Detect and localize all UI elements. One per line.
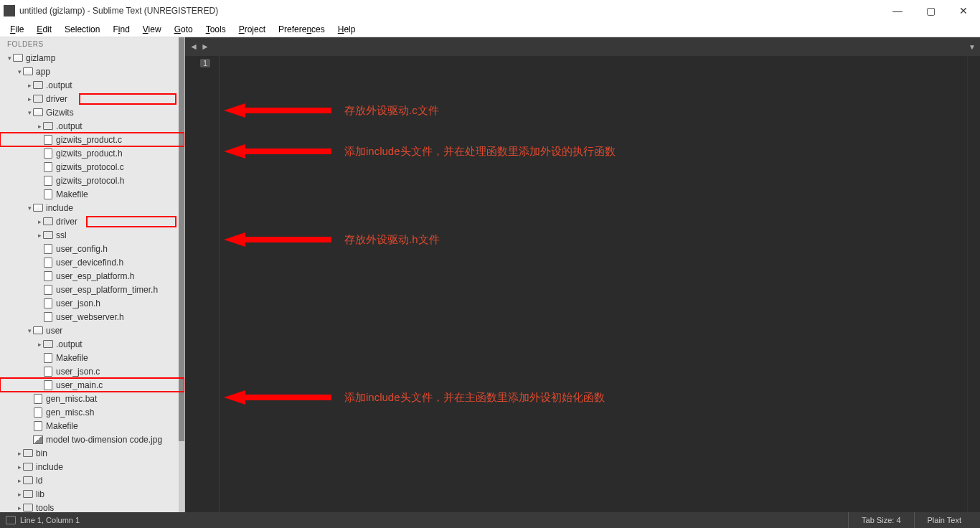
tree-item[interactable]: ▾include <box>0 201 184 214</box>
tab-menu-icon[interactable]: ▼ <box>969 43 976 51</box>
tree-item[interactable]: gizwits_protocol.h <box>0 174 184 187</box>
svg-marker-3 <box>224 390 331 405</box>
tree-item[interactable]: ▾app <box>0 65 184 78</box>
menu-file[interactable]: File <box>4 23 29 36</box>
expand-arrow-icon[interactable]: ▾ <box>26 109 33 116</box>
sidebar-header: FOLDERS <box>0 37 184 51</box>
expand-arrow-icon[interactable]: ▸ <box>36 232 43 239</box>
tree-item[interactable]: ▸.output <box>0 119 184 133</box>
sidebar-scrollbar[interactable] <box>179 37 184 512</box>
nav-forward-icon[interactable]: ► <box>201 42 209 52</box>
tree-item[interactable]: user_esp_platform.h <box>0 269 184 283</box>
maximize-button[interactable]: ▢ <box>914 0 947 22</box>
tree-item-label: bin <box>36 448 47 458</box>
tree-item[interactable]: model two-dimension code.jpg <box>0 433 184 446</box>
minimap[interactable] <box>967 56 980 512</box>
file-icon <box>43 298 53 308</box>
tree-item[interactable]: user_webserver.h <box>0 310 184 324</box>
close-button[interactable]: ✕ <box>947 0 980 22</box>
tree-item-label: ssl <box>56 230 67 240</box>
statusbar: Line 1, Column 1 Tab Size: 4 Plain Text <box>0 512 980 528</box>
tree-item-label: user_webserver.h <box>56 312 124 322</box>
menu-tools[interactable]: Tools <box>200 23 232 36</box>
expand-arrow-icon[interactable]: ▾ <box>16 68 23 75</box>
code-area[interactable]: 存放外设驱动.c文件添加include头文件，并在处理函数里添加外设的执行函数存… <box>220 56 967 512</box>
menu-find[interactable]: Find <box>107 23 135 36</box>
expand-arrow-icon[interactable]: ▸ <box>36 341 43 348</box>
tree-item[interactable]: Makefile <box>0 351 184 364</box>
menu-project[interactable]: Project <box>233 23 271 36</box>
expand-arrow-icon[interactable]: ▸ <box>16 463 23 471</box>
menu-selection[interactable]: Selection <box>59 23 105 36</box>
expand-arrow-icon[interactable]: ▾ <box>6 55 13 62</box>
arrow-icon <box>224 144 331 159</box>
tree-item[interactable]: ▸driver <box>0 214 184 228</box>
annotation-text: 添加include头文件，并在主函数里添加外设初始化函数 <box>344 391 605 405</box>
expand-arrow-icon[interactable]: ▸ <box>16 450 23 457</box>
tree-item[interactable]: ▸bin <box>0 446 184 460</box>
tree-item[interactable]: ▾user <box>0 324 184 337</box>
tree-item[interactable]: Makefile <box>0 187 184 201</box>
nav-back-icon[interactable]: ◄ <box>189 42 198 52</box>
tree-item[interactable]: user_json.h <box>0 296 184 310</box>
line-gutter: 1 <box>185 56 220 512</box>
tree-item[interactable]: ▸.output <box>0 78 184 92</box>
tree-item[interactable]: gizwits_product.c <box>0 133 184 146</box>
menu-view[interactable]: View <box>137 23 167 36</box>
file-icon <box>33 394 43 404</box>
menu-goto[interactable]: Goto <box>169 23 199 36</box>
tree-item-label: driver <box>46 94 67 104</box>
menu-edit[interactable]: Edit <box>31 23 57 36</box>
tree-item[interactable]: user_devicefind.h <box>0 255 184 269</box>
annotation: 存放外设驱动.c文件 <box>224 103 439 118</box>
expand-arrow-icon[interactable]: ▸ <box>26 82 33 89</box>
expand-arrow-icon[interactable]: ▸ <box>16 477 23 484</box>
tree-item[interactable]: user_main.c <box>0 378 184 392</box>
folder-icon <box>43 339 53 349</box>
arrow-icon <box>224 390 331 405</box>
tree-item[interactable]: ▾Gizwits <box>0 105 184 119</box>
expand-arrow-icon[interactable]: ▸ <box>16 504 23 512</box>
tree-item-label: app <box>36 67 50 77</box>
highlight-box <box>86 216 176 227</box>
tree-item-label: gen_misc.bat <box>46 394 97 404</box>
tree-item[interactable]: ▸lib <box>0 487 184 501</box>
tree-item[interactable]: ▸ssl <box>0 228 184 242</box>
tree-item[interactable]: user_config.h <box>0 242 184 255</box>
expand-arrow-icon[interactable]: ▸ <box>36 123 43 130</box>
tree-item[interactable]: ▾gizlamp <box>0 51 184 65</box>
menu-help[interactable]: Help <box>332 23 362 36</box>
tree-item[interactable]: user_esp_platform_timer.h <box>0 283 184 296</box>
editor-body[interactable]: 1 存放外设驱动.c文件添加include头文件，并在处理函数里添加外设的执行函… <box>185 56 980 512</box>
tree-item[interactable]: gizwits_product.h <box>0 146 184 160</box>
minimize-button[interactable]: — <box>881 0 914 22</box>
expand-arrow-icon[interactable]: ▾ <box>26 204 33 212</box>
tree-item[interactable]: ▸driver <box>0 92 184 105</box>
tree-item[interactable]: gizwits_protocol.c <box>0 160 184 174</box>
tree-item-label: ld <box>36 476 42 486</box>
tree-item[interactable]: user_json.c <box>0 364 184 378</box>
annotation: 添加include头文件，并在主函数里添加外设初始化函数 <box>224 390 605 405</box>
file-icon <box>43 176 53 186</box>
folder-icon <box>43 230 53 240</box>
expand-arrow-icon[interactable]: ▸ <box>16 491 23 498</box>
tree-item[interactable]: gen_misc.sh <box>0 405 184 419</box>
expand-arrow-icon[interactable]: ▸ <box>36 218 43 225</box>
menu-preferences[interactable]: Preferences <box>273 23 331 36</box>
status-tab-size[interactable]: Tab Size: 4 <box>848 512 913 528</box>
tree-item[interactable]: ▸ld <box>0 473 184 487</box>
tree-item-label: user <box>46 326 62 336</box>
folder-icon <box>23 503 33 513</box>
console-icon[interactable] <box>6 516 16 524</box>
status-syntax[interactable]: Plain Text <box>914 512 975 528</box>
expand-arrow-icon[interactable]: ▾ <box>26 327 33 334</box>
tree-item[interactable]: gen_misc.bat <box>0 392 184 405</box>
tree-item[interactable]: ▸include <box>0 460 184 473</box>
tree-item-label: gizwits_product.h <box>56 148 123 159</box>
tree-item[interactable]: ▸tools <box>0 501 184 512</box>
svg-marker-0 <box>224 103 331 118</box>
annotation-text: 添加include头文件，并在处理函数里添加外设的执行函数 <box>344 145 616 159</box>
tree-item[interactable]: Makefile <box>0 419 184 433</box>
expand-arrow-icon[interactable]: ▸ <box>26 95 33 103</box>
tree-item[interactable]: ▸.output <box>0 337 184 351</box>
